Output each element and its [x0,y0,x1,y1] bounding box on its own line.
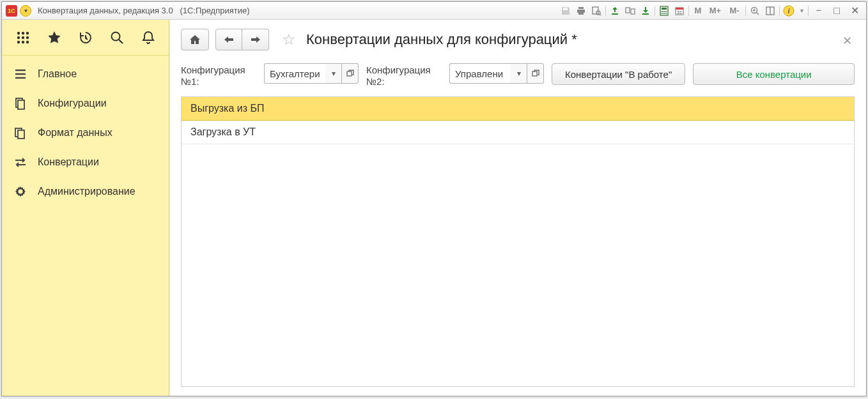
calculator-icon[interactable] [658,4,670,17]
preview-icon[interactable] [590,4,603,17]
svg-line-34 [119,40,123,43]
app-body: Главное Конфигурации Формат данных [2,20,866,396]
app-logo: 1C [6,5,17,17]
calendar-icon[interactable]: 31 [673,4,686,17]
svg-point-8 [663,11,665,12]
titlebar-dropdown[interactable]: ▾ [20,5,31,17]
config2-open-icon[interactable] [527,63,544,84]
svg-rect-44 [532,72,537,76]
list-item[interactable]: Выгрузка из БП [181,96,855,121]
svg-point-9 [665,11,667,12]
gear-icon [13,184,27,199]
config1-open-icon[interactable] [342,63,359,84]
info-icon[interactable]: i [782,4,795,17]
save-icon[interactable] [559,4,572,17]
list-item-label: Выгрузка из БП [190,103,264,114]
sidebar-item-conversions[interactable]: Конвертации [2,147,169,177]
print-icon[interactable] [575,4,587,17]
sidebar-item-dataformat[interactable]: Формат данных [2,118,169,147]
separator [655,6,655,16]
config2-label: Конфигурация №2: [366,63,442,87]
svg-point-12 [665,13,667,14]
svg-point-33 [111,32,120,40]
svg-rect-43 [347,72,352,76]
page-toolbar: ☆ Конвертации данных для конфигураций * [181,29,855,50]
filters-row: Конфигурация №1: ▾ Конфигурация №2: ▾ [181,63,855,87]
info-dropdown-icon[interactable]: ▾ [798,4,805,17]
history-icon[interactable] [73,25,98,50]
svg-point-31 [21,40,24,43]
main-content: ✕ ☆ Конвертации данных для конфигураций … [169,20,866,396]
config1-dropdown-icon[interactable]: ▾ [325,63,342,84]
search-icon[interactable] [104,25,130,50]
svg-point-30 [17,40,19,43]
memory-mplus-icon[interactable]: М+ [707,4,724,17]
svg-point-28 [21,36,24,38]
favorites-star-icon[interactable] [42,25,67,50]
apps-grid-icon[interactable] [10,25,36,50]
compare-icon[interactable] [624,4,637,17]
svg-line-2 [600,14,601,15]
separator [779,6,780,16]
sidebar-item-label: Администрирование [38,186,136,197]
favorite-star-icon[interactable]: ☆ [282,31,296,49]
svg-rect-39 [18,100,24,109]
separator [745,6,746,16]
config1-label: Конфигурация №1: [181,63,256,87]
separator [808,6,809,16]
titlebar-icons: 31 М М+ М- i ▾ － □ ✕ [559,4,862,17]
list-item-label: Загрузка в УТ [190,126,256,138]
svg-text:31: 31 [677,10,682,14]
menu-lines-icon [13,67,27,81]
forward-button[interactable] [242,29,269,50]
configs-icon [13,96,27,110]
svg-point-26 [26,31,28,34]
nav-buttons [215,29,269,50]
sidebar-item-label: Формат данных [38,127,112,139]
separator [605,6,606,16]
page-title: Конвертации данных для конфигураций * [306,31,577,48]
svg-point-27 [17,36,19,38]
separator [688,6,689,16]
config1-input[interactable] [264,63,325,84]
svg-rect-41 [18,130,24,139]
close-window-icon[interactable]: ✕ [847,4,862,17]
sidebar-top-icons [2,20,169,56]
svg-point-25 [21,31,24,34]
back-button[interactable] [215,29,242,50]
download-icon[interactable] [639,4,652,17]
all-conversions-button[interactable]: Все конвертации [693,63,855,85]
config1-select: ▾ [264,63,359,84]
maximize-icon[interactable]: □ [829,4,844,17]
sidebar-item-label: Главное [38,68,77,80]
config2-select: ▾ [449,63,544,84]
upload-icon[interactable] [608,4,621,17]
svg-line-17 [757,12,759,15]
config2-dropdown-icon[interactable]: ▾ [511,63,527,84]
titlebar: 1C ▾ Конвертация данных, редакция 3.0 (1… [2,2,866,20]
minimize-icon[interactable]: － [811,4,826,17]
sidebar-item-main[interactable]: Главное [2,59,169,89]
sidebar-item-administration[interactable]: Администрирование [2,177,169,206]
config2-input[interactable] [449,63,511,84]
memory-mminus-icon[interactable]: М- [726,4,743,17]
sidebar-nav: Главное Конфигурации Формат данных [2,56,169,210]
zoom-icon[interactable] [748,4,761,17]
svg-rect-6 [662,8,667,10]
svg-point-7 [662,11,663,12]
conversions-arrows-icon [13,155,27,169]
notifications-bell-icon[interactable] [136,25,161,50]
in-work-button[interactable]: Конвертации "В работе" [552,63,685,85]
window-title: Конвертация данных, редакция 3.0 (1С:Пре… [38,6,250,15]
sidebar-item-configurations[interactable]: Конфигурации [2,89,169,118]
svg-point-29 [26,36,28,38]
list-item[interactable]: Загрузка в УТ [182,120,854,144]
svg-rect-3 [626,8,630,13]
memory-m-icon[interactable]: М [692,4,704,17]
panels-icon[interactable] [764,4,777,17]
close-page-icon[interactable]: ✕ [842,34,852,48]
home-button[interactable] [181,29,209,50]
sidebar-item-label: Конвертации [38,156,99,168]
app-window: 1C ▾ Конвертация данных, редакция 3.0 (1… [1,1,867,396]
platform-suffix: (1С:Предприятие) [180,6,250,15]
